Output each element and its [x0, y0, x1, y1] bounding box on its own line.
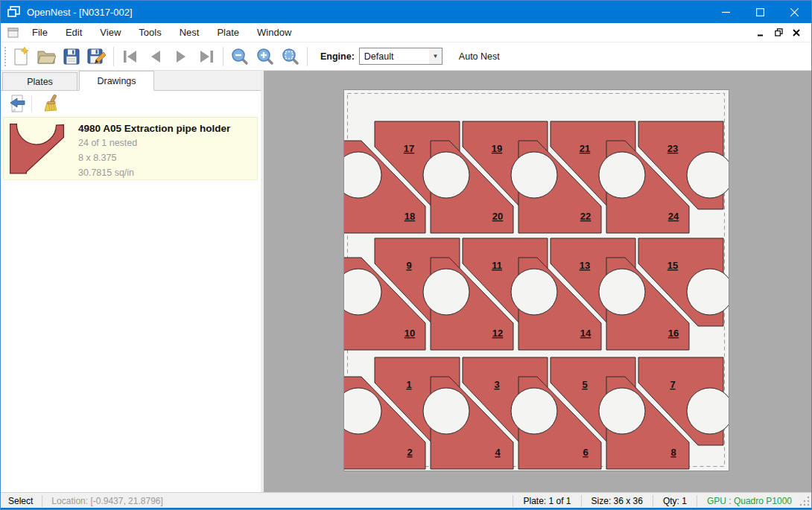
new-file-button[interactable] [8, 45, 34, 68]
minimize-button[interactable] [708, 1, 743, 23]
pipe-notch-circle [423, 388, 469, 434]
mdi-minimize-icon [757, 29, 764, 36]
window-title: OpenNest - [N0317-002] [27, 7, 708, 18]
mdi-close-button[interactable] [787, 25, 805, 40]
menu-item-plate[interactable]: Plate [208, 24, 248, 41]
status-mode: Select [1, 496, 42, 506]
window-accent-border [1, 508, 811, 509]
save-icon [63, 48, 80, 66]
panel-tabstrip: Plates Drawings [1, 71, 261, 91]
menu-item-window[interactable]: Window [248, 24, 300, 41]
panel-toolbar [1, 91, 261, 115]
pipe-notch-circle [599, 388, 645, 434]
part-number-label[interactable]: 20 [492, 211, 503, 222]
main-toolbar: Engine: Default ▼ Auto Nest [1, 42, 811, 71]
status-size: Size: 36 x 36 [582, 496, 653, 506]
part-number-label[interactable]: 15 [667, 260, 678, 271]
drawing-item-info: 4980 A05 Extraction pipe holder 24 of 1 … [69, 122, 251, 175]
close-button[interactable] [777, 1, 811, 23]
part-number-label[interactable]: 5 [582, 379, 587, 390]
part-number-label[interactable]: 12 [492, 328, 503, 339]
title-bar: OpenNest - [N0317-002] [1, 1, 811, 23]
tab-drawings[interactable]: Drawings [79, 71, 154, 91]
part-number-label[interactable]: 18 [405, 211, 415, 222]
menu-item-view[interactable]: View [91, 24, 130, 41]
nav-prev-icon [147, 49, 165, 64]
part-number-label[interactable]: 6 [583, 447, 588, 458]
maximize-button[interactable] [743, 1, 777, 23]
nav-last-button[interactable] [194, 45, 219, 68]
drawing-nested-count: 24 of 1 nested [78, 137, 251, 149]
maximize-icon [756, 8, 764, 16]
part-number-label[interactable]: 2 [407, 447, 412, 458]
pipe-notch-circle [599, 269, 645, 315]
part-number-label[interactable]: 23 [667, 143, 678, 154]
part-number-label[interactable]: 3 [494, 379, 499, 390]
plate-canvas[interactable]: 171819202122232491011121314151612345678 [264, 71, 811, 492]
drawing-list-item[interactable]: 4980 A05 Extraction pipe holder 24 of 1 … [3, 117, 258, 180]
drawing-area: 30.7815 sq/in [78, 167, 251, 179]
mdi-minimize-button[interactable] [752, 25, 770, 40]
pipe-notch-circle [511, 388, 557, 434]
menu-item-file[interactable]: File [23, 24, 57, 41]
status-location: Location: [-0.9437, 21.8796] [42, 496, 513, 506]
part-number-label[interactable]: 8 [670, 447, 676, 458]
menu-items: FileEditViewToolsNestPlateWindow [23, 24, 300, 41]
import-drawing-button[interactable] [5, 93, 29, 114]
nesting-plate: 171819202122232491011121314151612345678 [344, 90, 729, 471]
part-number-label[interactable]: 16 [668, 328, 679, 339]
part-number-label[interactable]: 24 [668, 211, 679, 222]
zoom-fit-icon [282, 48, 299, 66]
pipe-notch-circle [687, 152, 729, 198]
part-number-label[interactable]: 9 [406, 260, 411, 271]
resize-grip[interactable] [799, 495, 810, 507]
part-number-label[interactable]: 11 [492, 260, 502, 271]
drawing-size: 8 x 8.375 [78, 152, 251, 164]
menu-bar: FileEditViewToolsNestPlateWindow [1, 23, 811, 42]
part-number-label[interactable]: 4 [495, 447, 501, 458]
new-file-icon [12, 47, 30, 66]
toolbar-separator [307, 47, 308, 66]
zoom-in-button[interactable] [253, 45, 278, 68]
nav-prev-button[interactable] [143, 45, 168, 68]
part-number-label[interactable]: 7 [670, 379, 675, 390]
status-bar: Select Location: [-0.9437, 21.8796] Plat… [1, 492, 811, 509]
app-window: OpenNest - [N0317-002] FileEditViewTools… [0, 0, 812, 510]
engine-value: Default [360, 51, 429, 62]
part-number-label[interactable]: 10 [405, 328, 415, 339]
toolbar-grip[interactable] [2, 45, 8, 68]
part-number-label[interactable]: 19 [492, 143, 502, 154]
menu-item-nest[interactable]: Nest [171, 24, 209, 41]
app-icon [7, 6, 20, 18]
status-qty: Qty: 1 [653, 496, 697, 506]
auto-nest-button[interactable]: Auto Nest [454, 48, 504, 65]
menu-item-edit[interactable]: Edit [57, 24, 91, 41]
open-file-button[interactable] [34, 45, 59, 68]
part-number-label[interactable]: 13 [580, 260, 590, 271]
part-number-label[interactable]: 17 [404, 143, 414, 154]
clear-drawings-button[interactable] [39, 93, 63, 114]
mdi-restore-button[interactable] [770, 25, 787, 40]
tab-plates[interactable]: Plates [2, 72, 77, 90]
part-number-label[interactable]: 22 [580, 211, 591, 222]
part-number-label[interactable]: 14 [580, 328, 591, 339]
part-number-label[interactable]: 21 [580, 143, 590, 154]
menu-item-tools[interactable]: Tools [130, 24, 170, 41]
status-gpu: GPU : Quadro P1000 [697, 496, 799, 506]
engine-select[interactable]: Default ▼ [359, 48, 443, 65]
broom-icon [42, 95, 60, 112]
pipe-notch-circle [599, 152, 645, 198]
drawing-title: 4980 A05 Extraction pipe holder [78, 123, 251, 134]
nav-next-button[interactable] [168, 45, 194, 68]
nav-first-button[interactable] [118, 45, 143, 68]
part-number-label[interactable]: 1 [406, 379, 411, 390]
part-thumbnail [10, 122, 69, 175]
chevron-down-icon[interactable]: ▼ [429, 48, 442, 64]
zoom-fit-button[interactable] [278, 45, 303, 68]
save-button[interactable] [59, 45, 84, 68]
zoom-in-icon [256, 48, 274, 66]
save-as-button[interactable] [84, 45, 110, 68]
zoom-out-button[interactable] [227, 45, 253, 68]
close-icon [790, 8, 799, 16]
mdi-child-icon [7, 28, 19, 38]
